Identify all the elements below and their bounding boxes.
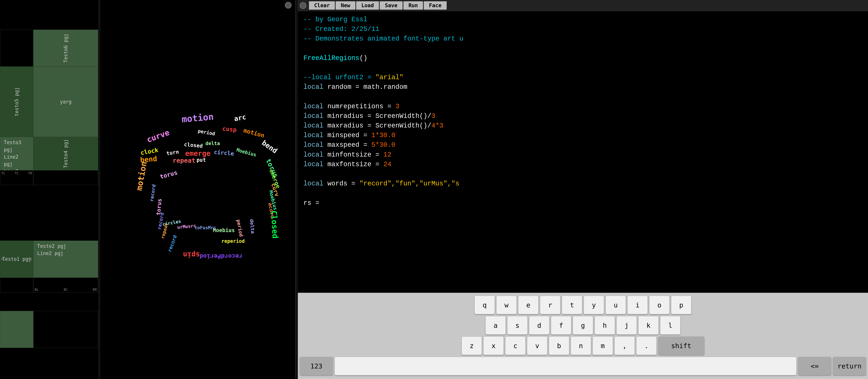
- key-g[interactable]: g: [573, 316, 593, 335]
- key-p[interactable]: p: [671, 296, 691, 314]
- code-line-8: local minradius = ScreenWidth()/3: [303, 112, 863, 121]
- corner-bl: BL: [35, 288, 39, 291]
- key-period[interactable]: .: [636, 337, 657, 355]
- key-y[interactable]: y: [584, 296, 604, 314]
- key-backspace[interactable]: <=: [798, 357, 831, 375]
- key-w[interactable]: w: [496, 296, 517, 314]
- new-button[interactable]: New: [336, 1, 355, 10]
- code-line-11: local maxspeed = 5*30.0: [303, 140, 863, 150]
- key-e[interactable]: e: [518, 296, 538, 314]
- key-q[interactable]: q: [474, 296, 495, 314]
- word-repeat: repeat: [173, 157, 195, 164]
- code-line-14: local words = "record","fun","urMus","s: [303, 179, 863, 189]
- clear-button[interactable]: Clear: [309, 1, 335, 10]
- code-line-6: local random = math.random: [303, 82, 863, 92]
- grid-cell-testo2: Testo2 pgjLine2 pgj: [33, 241, 98, 278]
- word-curve: curve: [146, 128, 171, 144]
- keyboard-row-1: q w e r t y u i o p: [300, 296, 866, 314]
- testo6-label: Testo6 pgj: [63, 34, 68, 63]
- word-period-b: period: [236, 219, 244, 237]
- key-b[interactable]: b: [549, 337, 569, 355]
- code-line-7: local numrepetitions = 3: [303, 102, 863, 112]
- code-line-9: local maxradius = ScreenWidth()/4*3: [303, 121, 863, 131]
- corner-mr: MR: [28, 257, 32, 261]
- word-motion-top: motion: [181, 112, 214, 125]
- key-h[interactable]: h: [595, 316, 615, 335]
- code-line-12: local minfontsize = 12: [303, 150, 863, 160]
- panel1-top-black: [0, 0, 98, 30]
- key-shift[interactable]: shift: [658, 337, 704, 355]
- key-123[interactable]: 123: [300, 357, 333, 375]
- key-s[interactable]: s: [507, 316, 528, 335]
- key-r[interactable]: r: [540, 296, 560, 314]
- key-n[interactable]: n: [571, 337, 591, 355]
- grid-cell-bottom-2: [33, 311, 98, 348]
- panel2-icon: [285, 2, 291, 8]
- key-space[interactable]: [335, 357, 797, 375]
- key-v[interactable]: v: [527, 337, 547, 355]
- word-record-lv: record: [149, 184, 157, 202]
- code-line-5: --local urfont2 = "arial": [303, 73, 863, 82]
- yarg-label: yarg: [60, 99, 72, 104]
- word-turn: turn: [166, 149, 179, 157]
- panel1-grid: Testo6 pgj testo5 pgj yarg Testo3 pgjLin…: [0, 30, 98, 379]
- code-line-1: -- by Georg Essl: [303, 15, 863, 25]
- grid-cell-yarg: yarg: [33, 67, 98, 137]
- corner-tc: TC: [14, 171, 19, 175]
- face-button[interactable]: Face: [424, 1, 446, 10]
- toolbar: Clear New Load Save Run Face: [298, 0, 868, 11]
- key-t[interactable]: t: [562, 296, 582, 314]
- word-art-circle: motion arc curve period cusp motion bend…: [115, 106, 281, 273]
- key-l[interactable]: l: [660, 316, 680, 335]
- keyboard-row-3: z x c v b n m , . shift: [300, 337, 866, 355]
- word-emerge: emerge: [185, 149, 211, 157]
- grid-row-bottom-left: [0, 278, 33, 292]
- key-j[interactable]: j: [616, 316, 637, 335]
- word-closed-br: Closed: [269, 210, 280, 239]
- key-m[interactable]: m: [593, 337, 613, 355]
- code-line-2: -- Created: 2/25/11: [303, 25, 863, 34]
- code-line-13: local maxfontsize = 24: [303, 160, 863, 169]
- key-c[interactable]: c: [505, 337, 526, 355]
- grid-row-bottom-right: BL BC BR: [33, 278, 98, 292]
- load-button[interactable]: Load: [356, 1, 379, 10]
- key-f[interactable]: f: [551, 316, 571, 335]
- key-return[interactable]: return: [833, 357, 866, 375]
- grid-cell-bottom-1: [0, 311, 33, 348]
- testo2-label: Testo2 pgjLine2 pgj: [37, 243, 66, 257]
- grid-cell-testo4: Testo4 pgj: [33, 137, 98, 170]
- word-arc: arc: [234, 113, 247, 123]
- word-period: period: [197, 128, 215, 136]
- save-button[interactable]: Save: [380, 1, 402, 10]
- grid-cell-testo5: testo5 pgj: [0, 67, 33, 137]
- run-button[interactable]: Run: [403, 1, 423, 10]
- word-delta-br: delta: [249, 219, 256, 234]
- key-k[interactable]: k: [638, 316, 659, 335]
- word-record-ll3: record: [166, 234, 178, 253]
- virtual-keyboard: q w e r t y u i o p a s d f g h j k l z …: [298, 293, 868, 379]
- key-x[interactable]: x: [483, 337, 504, 355]
- divider-1: [98, 0, 100, 379]
- corner-br: BR: [93, 288, 97, 291]
- key-a[interactable]: a: [485, 316, 506, 335]
- testo5-label: testo5 pgj: [14, 87, 20, 117]
- word-closed: closed: [184, 141, 203, 149]
- divider-2: [296, 0, 298, 379]
- word-moebius-b: Moebius: [213, 227, 235, 233]
- code-area[interactable]: -- by Georg Essl -- Created: 2/25/11 -- …: [298, 11, 868, 293]
- key-z[interactable]: z: [462, 337, 482, 355]
- word-cusp: cusp: [222, 125, 237, 133]
- grid-row-divider-left: TL TC TR: [0, 170, 33, 185]
- key-comma[interactable]: ,: [614, 337, 635, 355]
- corner-tl: TL: [1, 171, 5, 175]
- key-o[interactable]: o: [649, 296, 670, 314]
- code-line-4: FreeAllRegions(): [303, 54, 863, 63]
- code-line-3: -- Demonstrates animated font-type art u: [303, 34, 863, 44]
- word-circle-svg: motion arc curve period cusp motion bend…: [115, 106, 281, 273]
- word-tofusrc-b: toFusMrc: [194, 225, 216, 230]
- word-motion-r: motion: [243, 127, 265, 139]
- key-u[interactable]: u: [606, 296, 626, 314]
- word-delta: delta: [205, 140, 220, 146]
- key-i[interactable]: i: [627, 296, 648, 314]
- key-d[interactable]: d: [529, 316, 550, 335]
